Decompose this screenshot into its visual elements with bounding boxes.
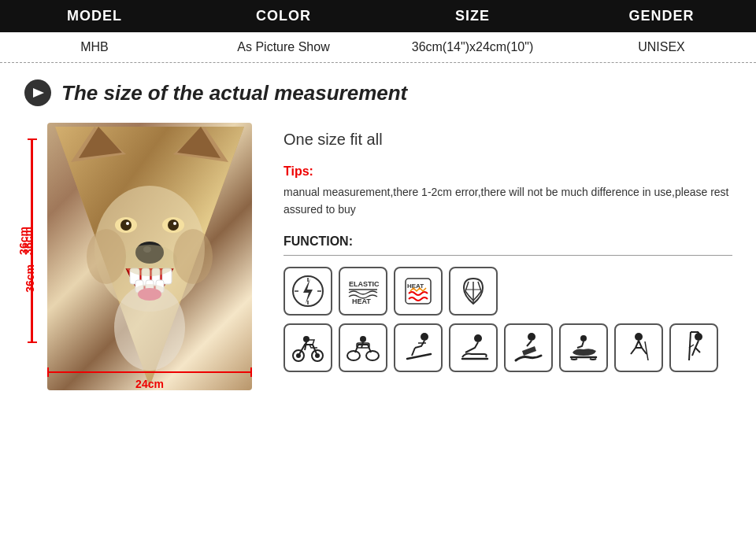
icon-row-2 (284, 323, 732, 372)
info-section: One size fit all Tips: manual measuremen… (284, 123, 732, 380)
svg-point-44 (296, 353, 301, 358)
sub-size: 36cm(14")x24cm(10") (378, 40, 567, 54)
svg-point-28 (114, 284, 185, 371)
svg-point-55 (528, 333, 536, 341)
sub-color: As Picture Show (189, 40, 378, 54)
svg-text:ELASTIC: ELASTIC (349, 280, 380, 288)
svg-text:HEAT: HEAT (407, 282, 424, 290)
icon-skiing (394, 323, 443, 372)
svg-point-53 (474, 334, 482, 342)
svg-line-52 (407, 354, 431, 359)
sub-gender: UNISEX (567, 40, 756, 54)
svg-point-50 (360, 336, 366, 342)
icon-atv (339, 323, 387, 372)
h-label: 24cm (135, 378, 164, 390)
icon-row-1: ELASTIC HEAT HEAT (284, 267, 732, 316)
icon-leaf (449, 267, 498, 316)
svg-point-48 (366, 351, 379, 360)
svg-point-59 (695, 333, 702, 341)
icon-climbing (669, 323, 718, 372)
svg-point-12 (168, 220, 179, 231)
icon-sledding (449, 323, 498, 372)
sub-model: MHB (0, 40, 189, 54)
content-layout: 36cm (24, 123, 732, 390)
header-color: COLOR (189, 0, 378, 32)
svg-point-46 (303, 336, 309, 342)
svg-point-27 (173, 229, 213, 284)
svg-point-45 (315, 353, 320, 358)
main-content: The size of the actual measurement 36cm (0, 63, 756, 398)
svg-point-57 (635, 333, 643, 341)
size-heading-row: The size of the actual measurement (24, 79, 732, 107)
svg-text:HEAT: HEAT (352, 297, 371, 305)
icon-snowmobile (559, 323, 608, 372)
size-title: The size of the actual measurement (61, 81, 407, 105)
svg-point-26 (87, 229, 126, 284)
tips-text: manual measurement,there 1-2cm error,the… (284, 183, 732, 219)
svg-point-56 (580, 335, 587, 341)
icon-motorcycle (284, 323, 332, 372)
product-image (47, 123, 252, 390)
one-size-text: One size fit all (284, 131, 732, 149)
h-line: 24cm (47, 371, 252, 373)
svg-point-25 (122, 245, 177, 276)
svg-point-51 (421, 333, 428, 341)
tips-label: Tips: (284, 164, 732, 179)
header-bar: MODEL COLOR SIZE GENDER (0, 0, 756, 32)
svg-point-13 (126, 222, 129, 225)
svg-marker-30 (303, 279, 313, 304)
arrow-icon (24, 79, 52, 107)
sub-header-row: MHB As Picture Show 36cm(14")x24cm(10") … (0, 32, 756, 63)
svg-point-11 (120, 220, 132, 231)
header-model: MODEL (0, 0, 189, 32)
image-section: 36cm (24, 123, 252, 390)
icon-elastic-heat: ELASTIC HEAT (339, 267, 387, 316)
v-label: 36cm (24, 264, 36, 293)
header-size: SIZE (378, 0, 567, 32)
function-label: FUNCTION: (284, 234, 732, 256)
icon-heat: HEAT (394, 267, 443, 316)
icon-lightning (284, 267, 332, 316)
header-gender: GENDER (567, 0, 756, 32)
icon-hiking (614, 323, 663, 372)
svg-point-47 (347, 351, 360, 360)
v-line: 36cm (32, 138, 33, 343)
svg-point-14 (173, 222, 176, 225)
v-text-label: 36cm (17, 227, 30, 255)
icon-snowboarding (504, 323, 553, 372)
svg-line-58 (645, 341, 648, 360)
